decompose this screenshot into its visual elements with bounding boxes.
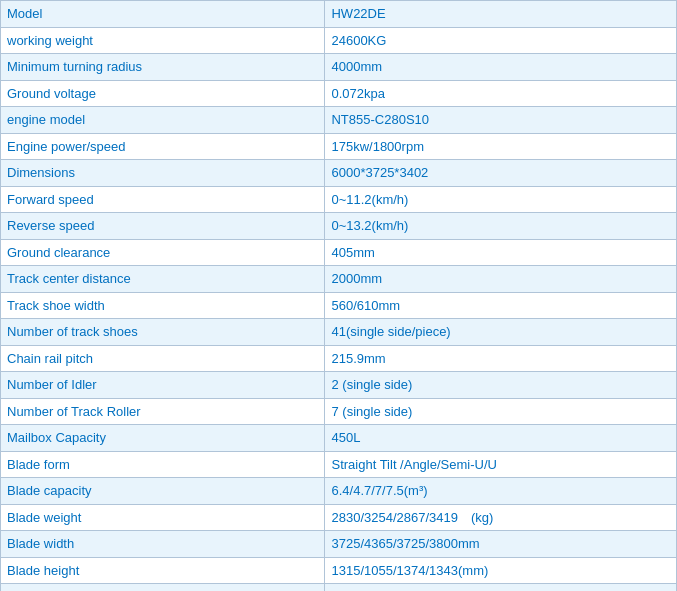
table-row: Mailbox Capacity450L <box>1 425 677 452</box>
table-row: Minimum turning radius4000mm <box>1 54 677 81</box>
spec-value: NT855-C280S10 <box>325 107 677 134</box>
spec-value: 1210/1290/1210/1210mm <box>325 584 677 592</box>
spec-value: 215.9mm <box>325 345 677 372</box>
spec-value: 450L <box>325 425 677 452</box>
table-row: Blade height1315/1055/1374/1343(mm) <box>1 557 677 584</box>
spec-label: Minimum turning radius <box>1 54 325 81</box>
spec-label: Blade width <box>1 531 325 558</box>
spec-value: 2000mm <box>325 266 677 293</box>
spec-label: Ground clearance <box>1 239 325 266</box>
table-row: Blade formStraight Tilt /Angle/Semi-U/U <box>1 451 677 478</box>
spec-label: Ground voltage <box>1 80 325 107</box>
spec-value: 6000*3725*3402 <box>325 160 677 187</box>
spec-label: Number of Idler <box>1 372 325 399</box>
spec-value: 175kw/1800rpm <box>325 133 677 160</box>
spec-value: 0~11.2(km/h) <box>325 186 677 213</box>
spec-label: Engine power/speed <box>1 133 325 160</box>
specs-table: ModelHW22DEworking weight24600KGMinimum … <box>0 0 677 591</box>
spec-label: engine model <box>1 107 325 134</box>
spec-label: Blade form <box>1 451 325 478</box>
table-row: Track shoe width560/610mm <box>1 292 677 319</box>
spec-value: 41(single side/piece) <box>325 319 677 346</box>
table-row: Number of Idler2 (single side) <box>1 372 677 399</box>
spec-value: 2 (single side) <box>325 372 677 399</box>
spec-value: 4000mm <box>325 54 677 81</box>
table-row: ModelHW22DE <box>1 1 677 28</box>
spec-label: Chain rail pitch <box>1 345 325 372</box>
table-row: Forward speed0~11.2(km/h) <box>1 186 677 213</box>
spec-label: Track shoe width <box>1 292 325 319</box>
table-row: Number of track shoes41(single side/piec… <box>1 319 677 346</box>
spec-value: 3725/4365/3725/3800mm <box>325 531 677 558</box>
table-row: Chain rail pitch215.9mm <box>1 345 677 372</box>
spec-label: working weight <box>1 27 325 54</box>
spec-label: Number of track shoes <box>1 319 325 346</box>
spec-value: 0~13.2(km/h) <box>325 213 677 240</box>
spec-value: Straight Tilt /Angle/Semi-U/U <box>325 451 677 478</box>
table-row: Maximum Lifting Height1210/1290/1210/121… <box>1 584 677 592</box>
spec-value: 6.4/4.7/7/7.5(m³) <box>325 478 677 505</box>
spec-value: 1315/1055/1374/1343(mm) <box>325 557 677 584</box>
spec-label: Model <box>1 1 325 28</box>
spec-value: 560/610mm <box>325 292 677 319</box>
table-row: working weight24600KG <box>1 27 677 54</box>
table-row: Reverse speed0~13.2(km/h) <box>1 213 677 240</box>
spec-label: Track center distance <box>1 266 325 293</box>
spec-label: Dimensions <box>1 160 325 187</box>
table-row: engine modelNT855-C280S10 <box>1 107 677 134</box>
spec-label: Mailbox Capacity <box>1 425 325 452</box>
spec-value: 24600KG <box>325 27 677 54</box>
spec-value: 7 (single side) <box>325 398 677 425</box>
spec-label: Number of Track Roller <box>1 398 325 425</box>
spec-value: 405mm <box>325 239 677 266</box>
spec-value: HW22DE <box>325 1 677 28</box>
spec-label: Blade capacity <box>1 478 325 505</box>
table-row: Ground clearance405mm <box>1 239 677 266</box>
table-row: Blade width3725/4365/3725/3800mm <box>1 531 677 558</box>
table-row: Dimensions6000*3725*3402 <box>1 160 677 187</box>
spec-value: 0.072kpa <box>325 80 677 107</box>
spec-value: 2830/3254/2867/3419 (kg) <box>325 504 677 531</box>
spec-label: Forward speed <box>1 186 325 213</box>
table-row: Engine power/speed175kw/1800rpm <box>1 133 677 160</box>
spec-label: Blade weight <box>1 504 325 531</box>
table-row: Blade weight2830/3254/2867/3419 (kg) <box>1 504 677 531</box>
table-row: Number of Track Roller7 (single side) <box>1 398 677 425</box>
spec-label: Maximum Lifting Height <box>1 584 325 592</box>
table-row: Ground voltage0.072kpa <box>1 80 677 107</box>
table-row: Blade capacity6.4/4.7/7/7.5(m³) <box>1 478 677 505</box>
spec-label: Reverse speed <box>1 213 325 240</box>
spec-label: Blade height <box>1 557 325 584</box>
table-row: Track center distance2000mm <box>1 266 677 293</box>
